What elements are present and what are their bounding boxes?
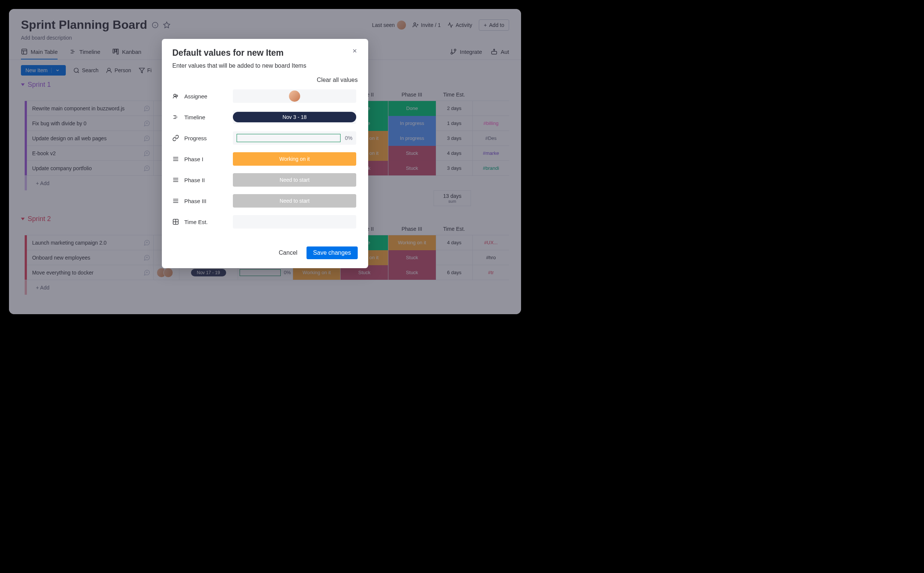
phase1-value[interactable]: Working on it [233,152,356,166]
numbers-icon [172,218,180,225]
link-icon [172,135,180,141]
progress-pct: 0% [345,135,353,141]
field-label-phase3: Phase III [184,198,233,204]
timeline-pill: Nov 3 - 18 [233,112,356,122]
modal-overlay: Default values for new Item Enter values… [9,9,521,314]
avatar [289,91,300,102]
cancel-button[interactable]: Cancel [274,246,303,259]
people-icon [172,93,180,100]
field-label-timeline: Timeline [184,114,233,121]
save-button[interactable]: Save changes [306,246,358,259]
modal-subtitle: Enter values that will be added to new b… [172,63,358,69]
progress-value[interactable]: 0% [233,131,356,145]
svg-point-42 [174,94,176,97]
field-label-phase2: Phase II [184,177,233,183]
modal-title: Default values for new Item [172,48,284,58]
clear-all-button[interactable]: Clear all values [172,77,358,83]
time-est-value[interactable] [233,215,356,229]
timeline-value[interactable]: Nov 3 - 18 [233,110,356,124]
list-icon [172,156,180,162]
timeline-icon [172,114,180,121]
default-values-modal: Default values for new Item Enter values… [162,39,368,268]
field-label-progress: Progress [184,135,233,141]
list-icon [172,177,180,183]
phase2-value[interactable]: Need to start [233,173,356,186]
field-label-phase1: Phase I [184,156,233,162]
assignee-value[interactable] [233,89,356,103]
field-label-time-est: Time Est. [184,219,233,225]
svg-point-43 [176,95,178,97]
close-icon[interactable] [352,48,358,54]
phase3-value[interactable]: Need to start [233,194,356,208]
field-label-assignee: Assignee [184,93,233,100]
list-icon [172,197,180,204]
progress-bar [237,134,340,142]
